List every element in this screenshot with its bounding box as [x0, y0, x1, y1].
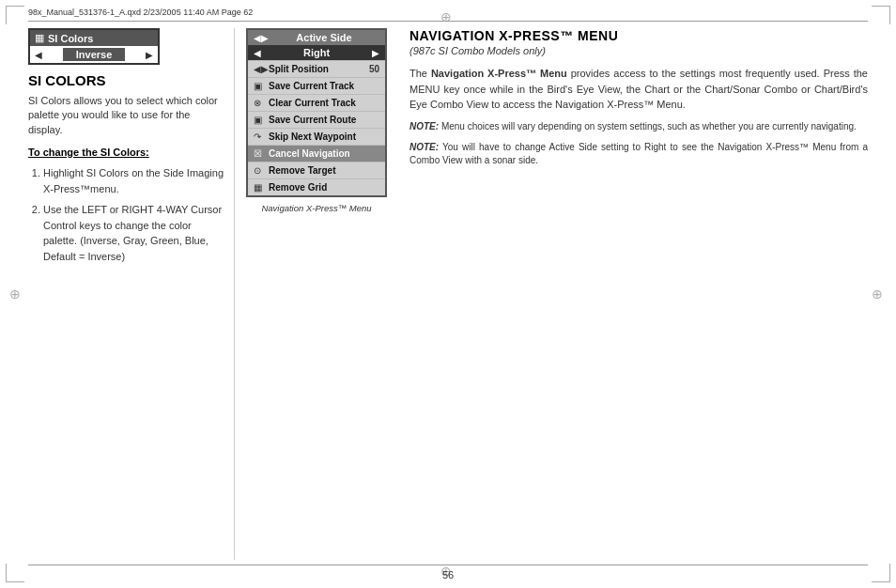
reg-mark-right: [872, 286, 887, 302]
right-panel: NAVIGATION X-PRESS™ MENU (987c SI Combo …: [398, 28, 868, 560]
save-route-icon: ▣: [254, 115, 265, 125]
menu-header-title: Active Side: [269, 32, 379, 43]
cancel-nav-icon: ☒: [254, 148, 265, 159]
menu-item-split-position[interactable]: ◀▶ Split Position 50: [248, 60, 385, 77]
left-panel: ▦ SI Colors ◀ Inverse ▶ SI COLORS SI Col…: [28, 28, 235, 560]
note2-label: NOTE:: [409, 142, 439, 152]
menu-item-remove-target[interactable]: ⊙ Remove Target: [248, 162, 385, 178]
instructions: Highlight SI Colors on the Side Imaging …: [28, 165, 224, 264]
page-footer: 56: [28, 565, 868, 580]
step2: Use the LEFT or RIGHT 4-WAY Cursor Contr…: [43, 202, 224, 264]
clear-track-label: Clear Current Track: [269, 98, 379, 108]
page-header: 98x_Manual_531376-1_A.qxd 2/23/2005 11:4…: [28, 8, 868, 22]
nav-bold-1: Navigation X-Press™ Menu: [431, 68, 567, 79]
save-route-label: Save Current Route: [269, 115, 379, 125]
skip-waypoint-label: Skip Next Waypoint: [269, 132, 379, 142]
cancel-nav-label: Cancel Navigation: [269, 148, 379, 159]
menu-header: ◀▶ Active Side: [248, 30, 385, 45]
crop-mark-tr: [872, 6, 890, 24]
menu-left-arrow: ◀: [254, 48, 261, 58]
middle-panel: ◀▶ Active Side ◀ Right ▶ ◀▶ Split Positi…: [235, 28, 398, 560]
crop-mark-tl: [6, 6, 24, 24]
menu-item-save-current-route[interactable]: ▣ Save Current Route: [248, 111, 385, 128]
save-track-icon: ▣: [254, 81, 265, 91]
inverse-label: Inverse: [63, 48, 126, 61]
nav-title: NAVIGATION X-PRESS™ MENU: [409, 28, 868, 43]
remove-target-label: Remove Target: [269, 165, 379, 176]
si-colors-inverse-row: ◀ Inverse ▶: [30, 46, 158, 63]
remove-grid-icon: ▦: [254, 182, 265, 193]
step1: Highlight SI Colors on the Side Imaging …: [43, 165, 224, 196]
nav-description1: The Navigation X-Press™ Menu provides ac…: [409, 66, 868, 113]
page-number: 56: [442, 569, 454, 580]
menu-header-icon: ◀▶: [254, 33, 269, 43]
menu-item-save-current-track[interactable]: ▣ Save Current Track: [248, 77, 385, 94]
crop-mark-bl: [6, 564, 24, 582]
note1-label: NOTE:: [409, 121, 439, 132]
menu-item-cancel-navigation[interactable]: ☒ Cancel Navigation: [248, 145, 385, 162]
file-info: 98x_Manual_531376-1_A.qxd 2/23/2005 11:4…: [28, 8, 253, 17]
change-heading: To change the SI Colors:: [28, 147, 224, 158]
si-colors-title-row: ▦ SI Colors: [30, 30, 158, 46]
nav-subtitle: (987c SI Combo Models only): [409, 45, 868, 56]
menu-item-remove-grid[interactable]: ▦ Remove Grid: [248, 178, 385, 195]
si-colors-description: SI Colors allows you to select which col…: [28, 94, 224, 137]
note1: NOTE: Menu choices will vary depending o…: [409, 120, 868, 133]
note2: NOTE: You will have to change Active Sid…: [409, 141, 868, 167]
device-menu: ◀▶ Active Side ◀ Right ▶ ◀▶ Split Positi…: [246, 28, 387, 197]
split-position-icon: ◀▶: [254, 64, 265, 74]
remove-grid-label: Remove Grid: [269, 182, 379, 193]
skip-waypoint-icon: ↷: [254, 132, 265, 142]
save-track-label: Save Current Track: [269, 81, 379, 91]
crop-mark-br: [872, 564, 890, 582]
reg-mark-left: [9, 286, 24, 302]
arrow-left-icon[interactable]: ◀: [35, 50, 42, 60]
si-colors-box: ▦ SI Colors ◀ Inverse ▶: [28, 28, 160, 65]
clear-track-icon: ⊗: [254, 98, 265, 108]
split-position-value: 50: [369, 64, 379, 74]
menu-caption: Navigation X-Press™ Menu: [261, 203, 371, 213]
menu-item-clear-current-track[interactable]: ⊗ Clear Current Track: [248, 94, 385, 111]
section-title: SI COLORS: [28, 72, 224, 88]
si-colors-box-label: SI Colors: [48, 33, 93, 44]
split-position-label: Split Position: [269, 64, 369, 74]
si-colors-icon: ▦: [35, 32, 44, 44]
remove-target-icon: ⊙: [254, 165, 265, 176]
menu-item-skip-next-waypoint[interactable]: ↷ Skip Next Waypoint: [248, 128, 385, 145]
main-content: ▦ SI Colors ◀ Inverse ▶ SI COLORS SI Col…: [28, 28, 868, 560]
menu-selected-row: ◀ Right ▶: [248, 45, 385, 60]
menu-selected-value: Right: [303, 47, 330, 58]
arrow-right-icon[interactable]: ▶: [146, 50, 153, 60]
menu-right-arrow: ▶: [372, 48, 379, 58]
